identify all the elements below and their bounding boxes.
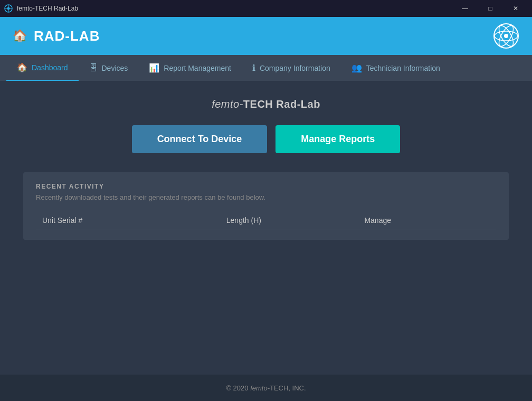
main-content: femto-TECH Rad-Lab Connect To Device Man… — [0, 81, 532, 375]
column-length: Length (H) — [220, 212, 358, 229]
title-bar-left: femto-TECH Rad-Lab — [4, 4, 78, 13]
manage-reports-button[interactable]: Manage Reports — [276, 125, 400, 153]
technician-icon: 👥 — [352, 63, 362, 73]
window-title: femto-TECH Rad-Lab — [17, 5, 78, 12]
table-header-row: Unit Serial # Length (H) Manage — [36, 212, 496, 229]
nav-label-company-information: Company Information — [260, 64, 330, 72]
action-buttons: Connect To Device Manage Reports — [132, 125, 401, 153]
devices-icon: 🗄 — [89, 63, 98, 73]
footer-italic: femto- — [250, 384, 270, 392]
app-subtitle: femto-TECH Rad-Lab — [212, 98, 320, 110]
footer: © 2020 femto-TECH, INC. — [0, 375, 532, 401]
window-controls: — □ ✕ — [453, 0, 528, 17]
table-header: Unit Serial # Length (H) Manage — [36, 212, 496, 229]
info-icon: ℹ — [252, 63, 255, 73]
header-home-icon: 🏠 — [13, 29, 27, 43]
minimize-button[interactable]: — — [453, 0, 477, 17]
navigation: 🏠 Dashboard 🗄 Devices 📊 Report Managemen… — [0, 55, 532, 81]
app-title-container: 🏠 RAD-LAB — [13, 28, 100, 44]
app-logo-icon — [493, 23, 519, 49]
nav-item-devices[interactable]: 🗄 Devices — [79, 55, 139, 81]
recent-activity-section: RECENT ACTIVITY Recently downloaded test… — [23, 172, 509, 240]
nav-label-technician-information: Technician Information — [366, 64, 440, 72]
subtitle-italic: femto- — [212, 98, 243, 110]
activity-table: Unit Serial # Length (H) Manage — [36, 212, 496, 229]
dashboard-icon: 🏠 — [17, 62, 27, 72]
app-icon — [4, 4, 13, 13]
column-unit-serial: Unit Serial # — [36, 212, 220, 229]
footer-text: © 2020 femto-TECH, INC. — [226, 384, 306, 392]
activity-title: RECENT ACTIVITY — [36, 183, 496, 190]
app-header: 🏠 RAD-LAB — [0, 17, 532, 55]
column-manage: Manage — [358, 212, 496, 229]
maximize-button[interactable]: □ — [478, 0, 502, 17]
svg-point-5 — [504, 34, 508, 38]
footer-bold: TECH, INC. — [270, 384, 306, 392]
nav-label-report-management: Report Management — [164, 64, 231, 72]
nav-label-dashboard: Dashboard — [32, 63, 68, 72]
nav-item-company-information[interactable]: ℹ Company Information — [242, 55, 341, 81]
title-bar: femto-TECH Rad-Lab — □ ✕ — [0, 0, 532, 17]
subtitle-bold: TECH Rad-Lab — [243, 98, 320, 110]
close-button[interactable]: ✕ — [504, 0, 528, 17]
nav-item-dashboard[interactable]: 🏠 Dashboard — [6, 55, 79, 81]
app-title: RAD-LAB — [34, 28, 100, 44]
report-icon: 📊 — [149, 63, 159, 73]
nav-item-report-management[interactable]: 📊 Report Management — [138, 55, 242, 81]
nav-label-devices: Devices — [102, 64, 128, 72]
nav-item-technician-information[interactable]: 👥 Technician Information — [341, 55, 451, 81]
connect-to-device-button[interactable]: Connect To Device — [132, 125, 268, 153]
activity-description: Recently downloaded tests and their gene… — [36, 193, 496, 201]
